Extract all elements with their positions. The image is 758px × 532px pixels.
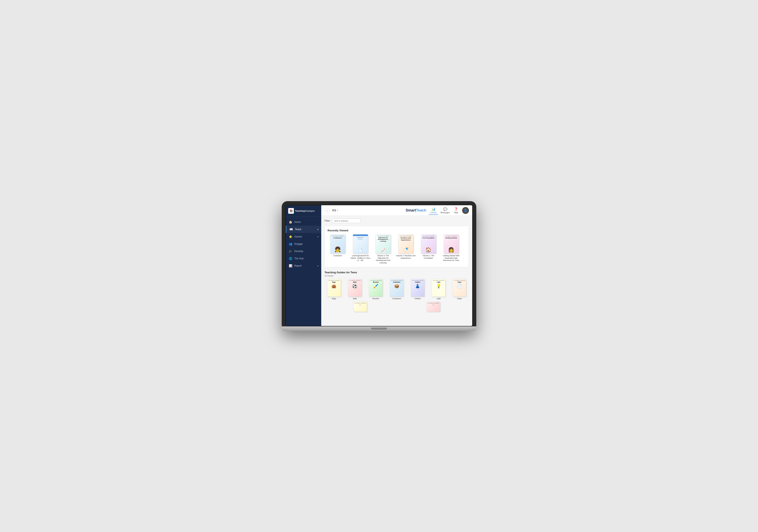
book-image: 📈: [377, 242, 390, 252]
sidebar-item-label: Assess: [294, 235, 315, 238]
sidebar-nav: 🏠 Home 📖 Teach ▾ ⭐ Assess ▾ 👥: [286, 217, 321, 326]
book-image: 👩: [445, 239, 458, 252]
book-image: 📄: [354, 240, 367, 252]
sidebar: 📚 TeachingStrategies 🏠 Home 📖 Teach ▾: [286, 205, 321, 326]
book-image: 👧: [331, 239, 344, 252]
hub-icon: 🌐: [289, 257, 292, 260]
back-button[interactable]: ‹: [325, 208, 330, 213]
list-item[interactable]: The Creative Curriculum® Containers 📦 Co…: [387, 279, 406, 300]
results-count: 10 results: [325, 275, 469, 277]
list-item[interactable]: The Creative Curriculum® The Foundation …: [418, 234, 438, 264]
list-item[interactable]: The Creative Curriculum® Routines and Ex…: [396, 234, 416, 264]
breadcrumb: IT2 ▾: [332, 209, 338, 212]
sidebar-item-report[interactable]: 📊 Report ▾: [286, 262, 321, 269]
sidebar-item-engage[interactable]: 👥 Engage: [286, 240, 321, 248]
teach-icon: 📖: [289, 228, 293, 231]
list-item[interactable]: The Creative Curriculum® —: [398, 302, 469, 312]
user-avatar[interactable]: 👤: [462, 207, 469, 214]
book-title: Containers: [333, 237, 342, 239]
sidebar-logo: 📚 TeachingStrategies: [286, 205, 321, 217]
guide-cover: The Creative Curriculum® Clothes 👗: [411, 279, 425, 297]
book-cover: Building Trust Module 1 📄: [353, 234, 368, 254]
report-icon: 📊: [289, 264, 292, 267]
guide-cover: The Creative Curriculum® Light 💡: [432, 279, 445, 297]
back-icon: ‹: [327, 209, 327, 212]
guide-label: Bags: [332, 298, 336, 300]
topbar: ‹ IT2 ▾ SmartTeach 📊 Library 💬: [321, 205, 472, 216]
list-item[interactable]: The Creative Curriculum® Bags 👜 Bags: [325, 279, 343, 300]
sidebar-item-hub[interactable]: 🌐 The Hub: [286, 255, 321, 262]
sidebar-item-develop[interactable]: 🎓 Develop: [286, 248, 321, 255]
library-icon: 📊: [431, 207, 435, 211]
content-area: Filter: Recently Viewed The Creative Cur…: [321, 216, 472, 326]
bottom-guides-row: The Creative Curriculum® — The Creative …: [325, 302, 469, 312]
book-cover: The Creative Curriculum® Objectives for …: [376, 234, 391, 254]
list-item[interactable]: The Creative Curriculum® Light 💡 Light: [429, 279, 448, 300]
list-item[interactable]: The Creative Curriculum® Containers 👧 Co…: [327, 234, 348, 264]
list-item[interactable]: The Creative Curriculum® —: [325, 302, 396, 312]
list-item[interactable]: The Creative Curriculum® Getting Started…: [441, 234, 461, 264]
book-image: 🏠: [422, 239, 435, 252]
home-icon: 🏠: [289, 220, 292, 224]
book-header: The Creative Curriculum®: [331, 235, 344, 237]
list-item[interactable]: The Creative Curriculum® Clothes 👗 Cloth…: [408, 279, 427, 300]
sidebar-item-teach[interactable]: 📖 Teach ▾: [286, 226, 321, 233]
guide-label: Clothes: [415, 298, 421, 300]
guide-cover: The Creative Curriculum® Containers 📦: [390, 279, 403, 297]
sidebar-item-label: Engage: [294, 243, 318, 245]
book-image: 🍼: [399, 241, 412, 252]
sidebar-item-assess[interactable]: ⭐ Assess ▾: [286, 233, 321, 240]
list-item[interactable]: The Creative Curriculum® Objectives for …: [373, 234, 393, 264]
guide-cover: The Creative Curriculum® Bags 👜: [327, 279, 341, 297]
book-header: The Creative Curriculum®: [399, 235, 412, 237]
chevron-down-icon: ▾: [317, 228, 318, 231]
list-item[interactable]: The Creative Curriculum® Balls ⚽ Balls: [345, 279, 364, 300]
book-title: Routines and Experiences: [399, 237, 412, 241]
filter-input[interactable]: [332, 218, 361, 223]
book-title: Objectives for Development & Learning: [377, 237, 390, 242]
book-header: The Creative Curriculum®: [422, 235, 435, 237]
chevron-down-icon: ▾: [317, 236, 318, 238]
sidebar-item-home[interactable]: 🏠 Home: [286, 218, 321, 226]
recently-viewed-row: The Creative Curriculum® Containers 👧 Co…: [327, 234, 466, 264]
book-header: The Creative Curriculum®: [377, 235, 390, 237]
guide-label: Containers: [393, 298, 401, 300]
laptop-frame: 📚 TeachingStrategies 🏠 Home 📖 Teach ▾: [282, 201, 476, 331]
list-item[interactable]: The Creative Curriculum® Paper 📄 Paper: [450, 279, 469, 300]
book-label: Getting Started With Expanded Daily Reso…: [441, 255, 461, 262]
help-tab[interactable]: ❓ Help: [452, 207, 460, 215]
guide-label: Paper: [457, 298, 462, 300]
book-label: LearningGames® for Infants, Toddlers & T…: [350, 255, 370, 262]
book-title: Getting Started: [445, 237, 457, 239]
guide-cover: The Creative Curriculum® —: [353, 302, 367, 312]
guide-cover: The Creative Curriculum® —: [427, 302, 440, 312]
guide-label: Brushes: [372, 298, 379, 300]
guide-cover: The Creative Curriculum® Paper 📄: [453, 279, 466, 297]
teaching-guides-title: Teaching Guides for Twos: [325, 271, 469, 274]
assess-icon: ⭐: [289, 235, 292, 238]
logo-text: TeachingStrategies: [295, 210, 315, 212]
list-item[interactable]: The Creative Curriculum® Brushes 🖌️ Brus…: [366, 279, 385, 300]
book-cover: The Creative Curriculum® Containers 👧: [330, 234, 345, 254]
sidebar-item-label: Develop: [294, 250, 318, 252]
laptop-notch: [371, 328, 387, 330]
book-label: Volume 2: Routines and Experiences: [396, 255, 416, 259]
filter-label: Filter:: [325, 219, 330, 222]
list-item[interactable]: Building Trust Module 1 📄 LearningGames®…: [350, 234, 370, 264]
sidebar-item-label: The Hub: [294, 257, 318, 260]
messages-tab[interactable]: 💬 Messages: [439, 207, 452, 215]
screen: 📚 TeachingStrategies 🏠 Home 📖 Teach ▾: [285, 205, 473, 326]
guides-row: The Creative Curriculum® Bags 👜 Bags The…: [325, 279, 469, 300]
logo-icon: 📚: [288, 208, 294, 214]
recently-viewed-title: Recently Viewed: [327, 229, 466, 232]
sidebar-item-label: Report: [294, 264, 315, 267]
book-label: Volume 3: The Objectives for Development…: [373, 255, 393, 264]
topbar-icons: 📊 Library 💬 Messages ❓ Help: [429, 206, 460, 215]
guide-cover: The Creative Curriculum® Brushes 🖌️: [369, 279, 383, 297]
library-tab[interactable]: 📊 Library: [429, 206, 438, 215]
book-cover: The Creative Curriculum® Getting Started…: [444, 234, 459, 254]
help-icon: ❓: [454, 207, 458, 211]
guide-cover: The Creative Curriculum® Balls ⚽: [348, 279, 362, 297]
book-cover: The Creative Curriculum® Routines and Ex…: [398, 234, 413, 254]
sidebar-item-label: Home: [294, 220, 318, 223]
